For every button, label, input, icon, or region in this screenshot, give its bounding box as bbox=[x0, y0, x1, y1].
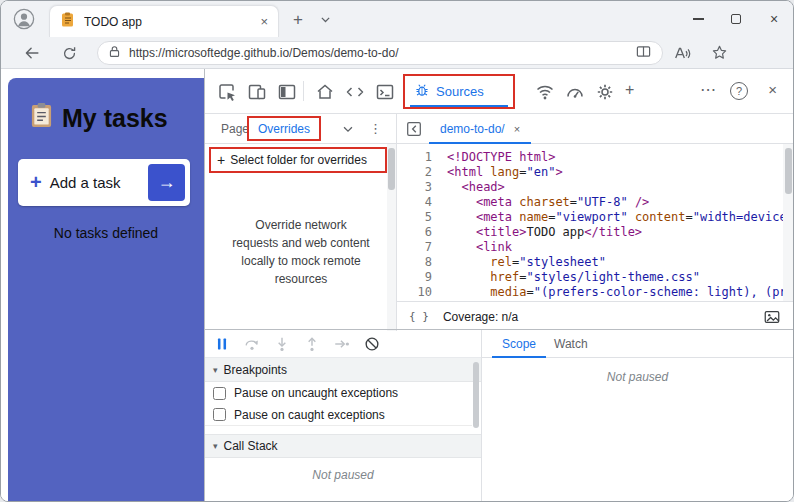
minimize-icon bbox=[693, 18, 704, 19]
editor-statusbar: { } Coverage: n/a bbox=[397, 301, 793, 331]
scope-not-paused: Not paused bbox=[482, 370, 793, 384]
navigator-kebab-icon[interactable]: ⋮ bbox=[369, 114, 382, 144]
call-stack-not-paused: Not paused bbox=[205, 468, 481, 482]
more-tabs-chevron-icon[interactable] bbox=[341, 122, 355, 140]
code-line: <meta name="viewport" content="width=dev… bbox=[447, 210, 783, 225]
tasks-sidebar: My tasks + Add a task → No tasks defined bbox=[8, 78, 204, 501]
image-icon[interactable] bbox=[763, 308, 781, 326]
add-task-button[interactable]: + Add a task → bbox=[18, 159, 190, 206]
tab-overrides[interactable]: Overrides bbox=[247, 116, 321, 141]
minimize-button[interactable] bbox=[679, 1, 717, 37]
tab-actions-chevron-icon[interactable] bbox=[319, 12, 332, 30]
help-icon[interactable]: ? bbox=[730, 82, 748, 100]
inspect-icon[interactable] bbox=[217, 82, 237, 102]
pause-uncaught-checkbox[interactable] bbox=[213, 387, 226, 400]
tab-page[interactable]: Page bbox=[221, 114, 249, 144]
editor-tab-close-icon[interactable]: × bbox=[514, 123, 520, 135]
step-out-icon[interactable] bbox=[303, 335, 321, 353]
toggle-navigator-icon[interactable] bbox=[405, 120, 423, 138]
line-number: 5 bbox=[397, 210, 432, 225]
refresh-icon[interactable] bbox=[61, 45, 78, 66]
page-title: My tasks bbox=[30, 102, 168, 135]
debugger-area: ▾ Breakpoints Pause on uncaught exceptio… bbox=[205, 329, 793, 501]
scrollbar-thumb[interactable] bbox=[785, 148, 792, 194]
devtools-panel: Sources + ⋯ ? × Page Overrides bbox=[204, 69, 793, 501]
more-options-icon[interactable]: ⋯ bbox=[700, 80, 716, 100]
address-bar[interactable]: https://microsoftedge.github.io/Demos/de… bbox=[97, 41, 663, 65]
elements-tab-icon[interactable] bbox=[345, 82, 365, 102]
breakpoints-label: Breakpoints bbox=[224, 363, 287, 377]
code-line: href="styles/light-theme.css" bbox=[447, 270, 783, 285]
line-number: 6 bbox=[397, 225, 432, 240]
page-title-text: My tasks bbox=[62, 104, 168, 133]
url-text[interactable]: https://microsoftedge.github.io/Demos/de… bbox=[129, 46, 627, 60]
more-tools-button[interactable]: + bbox=[625, 80, 634, 100]
arrow-right-icon: → bbox=[158, 172, 176, 193]
new-tab-button[interactable]: + bbox=[293, 10, 303, 30]
pretty-print-icon[interactable]: { } bbox=[409, 310, 429, 323]
line-number: 4 bbox=[397, 195, 432, 210]
profile-avatar-icon[interactable] bbox=[13, 8, 35, 30]
code-view[interactable]: 12345678910 <!DOCTYPE html><html lang="e… bbox=[397, 144, 783, 301]
panel-layout-icon[interactable] bbox=[277, 82, 297, 102]
editor-tab-demo-to-do[interactable]: demo-to-do/ × bbox=[429, 114, 531, 144]
lock-icon[interactable] bbox=[108, 44, 121, 62]
favicon-icon bbox=[60, 12, 76, 32]
network-tab-icon[interactable] bbox=[535, 82, 555, 102]
console-tab-icon[interactable] bbox=[375, 82, 395, 102]
triangle-down-icon: ▾ bbox=[213, 365, 218, 375]
step-over-icon[interactable] bbox=[243, 335, 261, 353]
window-controls: × bbox=[679, 1, 793, 37]
step-icon[interactable] bbox=[333, 335, 351, 353]
line-number: 9 bbox=[397, 270, 432, 285]
tab-scope[interactable]: Scope bbox=[492, 330, 546, 358]
pause-uncaught-row: Pause on uncaught exceptions bbox=[205, 382, 472, 404]
line-number: 8 bbox=[397, 255, 432, 270]
overrides-description: Override network requests and web conten… bbox=[231, 216, 371, 288]
favorites-star-icon[interactable] bbox=[711, 44, 728, 65]
select-folder-label: Select folder for overrides bbox=[230, 153, 367, 167]
browser-tab[interactable]: TODO app × bbox=[49, 5, 279, 37]
read-aloud-icon[interactable] bbox=[673, 44, 691, 66]
deactivate-breakpoints-icon[interactable] bbox=[363, 335, 381, 353]
active-tab-underline bbox=[410, 105, 508, 108]
scrollbar-thumb[interactable] bbox=[388, 148, 395, 190]
back-icon[interactable] bbox=[23, 44, 41, 66]
tab-close-icon[interactable]: × bbox=[260, 15, 268, 28]
editor-tab-label: demo-to-do/ bbox=[440, 122, 505, 136]
sources-tab[interactable]: Sources bbox=[403, 74, 515, 109]
pause-caught-label: Pause on caught exceptions bbox=[234, 408, 385, 422]
empty-tasks-message: No tasks defined bbox=[8, 225, 204, 241]
pause-caught-checkbox[interactable] bbox=[213, 408, 226, 421]
gear-icon[interactable] bbox=[595, 82, 615, 102]
editor-scrollbar[interactable] bbox=[783, 144, 793, 301]
devtools-close-icon[interactable]: × bbox=[768, 80, 777, 100]
scope-watch-tabs: Scope Watch bbox=[482, 330, 793, 358]
code-lines: <!DOCTYPE html><html lang="en"> <head> <… bbox=[441, 144, 783, 301]
plus-icon: + bbox=[217, 152, 225, 168]
device-emulation-icon[interactable] bbox=[247, 82, 267, 102]
welcome-home-icon[interactable] bbox=[315, 82, 335, 102]
call-stack-section-header[interactable]: ▾ Call Stack bbox=[205, 434, 481, 458]
code-line: <html lang="en"> bbox=[447, 165, 783, 180]
maximize-button[interactable] bbox=[717, 1, 755, 37]
code-line: <!DOCTYPE html> bbox=[447, 150, 783, 165]
code-line: <link bbox=[447, 240, 783, 255]
tab-watch[interactable]: Watch bbox=[544, 330, 598, 358]
select-folder-button[interactable]: + Select folder for overrides bbox=[209, 147, 387, 173]
code-line: media="(prefers-color-scheme: light), (p… bbox=[447, 285, 783, 300]
todo-app-page: My tasks + Add a task → No tasks defined bbox=[1, 69, 204, 501]
debugger-scrollbar-thumb[interactable] bbox=[473, 362, 479, 428]
debugger-toolbar bbox=[205, 330, 481, 358]
tab-title: TODO app bbox=[84, 15, 252, 29]
pause-icon[interactable] bbox=[213, 335, 231, 353]
breakpoints-section-header[interactable]: ▾ Breakpoints bbox=[205, 358, 481, 382]
navigator-scrollbar[interactable] bbox=[387, 144, 396, 331]
window-close-button[interactable]: × bbox=[755, 1, 793, 37]
code-line: <head> bbox=[447, 180, 783, 195]
code-gutter: 12345678910 bbox=[397, 144, 441, 301]
step-into-icon[interactable] bbox=[273, 335, 291, 353]
performance-tab-icon[interactable] bbox=[565, 82, 585, 102]
split-screen-icon[interactable] bbox=[635, 43, 652, 64]
submit-task-button[interactable]: → bbox=[148, 164, 185, 201]
